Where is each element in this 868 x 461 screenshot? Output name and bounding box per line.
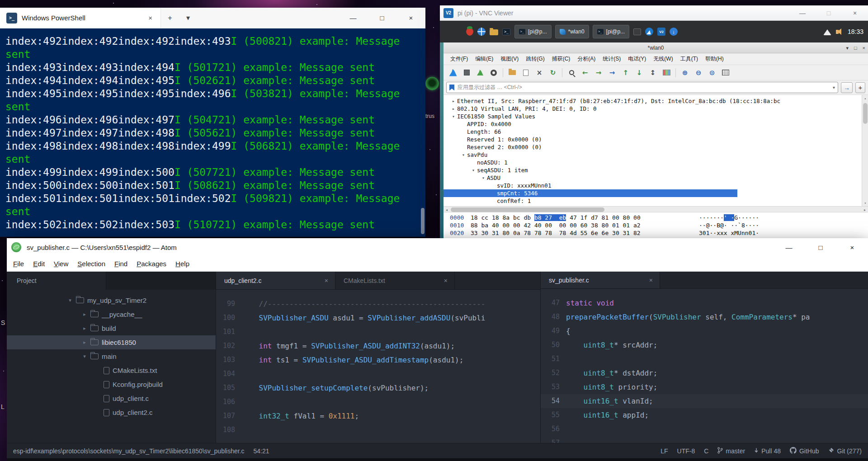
web-browser-icon[interactable] xyxy=(477,28,486,36)
project-panel-tab[interactable]: Project xyxy=(7,272,106,290)
maximize-button[interactable]: □ xyxy=(854,45,857,51)
packet-tree-row[interactable]: ▸Ethernet II, Src: Raspberr_47:1f:d7 (b8… xyxy=(443,97,868,105)
chevron-right-icon[interactable]: ▸ xyxy=(82,339,87,345)
vnc-titlebar[interactable]: V2 pi (pi) - VNC Viewer — □ × xyxy=(440,5,868,21)
menu-item[interactable]: 捕获(C) xyxy=(549,54,574,64)
menu-item-find[interactable]: Find xyxy=(110,258,132,270)
menu-item-selection[interactable]: Selection xyxy=(73,258,110,270)
atom-titlebar[interactable]: sv_publisher.c — C:\Users\xn551\espidf2 … xyxy=(7,238,868,256)
go-to-packet-icon[interactable]: → xyxy=(606,67,618,78)
menu-item[interactable]: 文件(F) xyxy=(447,54,471,64)
collapse-icon[interactable]: ▾ xyxy=(480,174,487,182)
new-tab-button[interactable]: + xyxy=(161,8,179,28)
input-method-icon[interactable] xyxy=(633,28,641,35)
tab-sv_publisher.c[interactable]: sv_publisher.c× xyxy=(541,272,660,288)
status-item-github[interactable]: GitHub xyxy=(790,447,819,455)
tab-udp_client2.c[interactable]: udp_client2.c× xyxy=(216,272,335,289)
filter-bookmark-icon[interactable] xyxy=(449,85,454,91)
vnc-tray-icon[interactable]: V2 xyxy=(657,28,665,36)
packet-details-scrollbar[interactable]: ▴ ▾ xyxy=(862,95,868,206)
packet-tree-row[interactable]: noASDU: 1 xyxy=(443,159,868,166)
resize-columns-icon[interactable] xyxy=(720,67,731,78)
file-manager-icon[interactable] xyxy=(490,28,498,35)
close-button[interactable]: × xyxy=(842,5,868,20)
packet-bytes-pane[interactable]: 000018 cc 18 8a bc db b8 27 eb 47 1f d7 … xyxy=(443,212,868,238)
shade-button[interactable]: ▾ xyxy=(846,45,849,51)
zoom-out-icon[interactable]: ⊖ xyxy=(693,67,704,78)
packet-tree-row[interactable]: ▾IEC61850 Sampled Values xyxy=(443,113,868,120)
menu-item[interactable]: 视图(V) xyxy=(497,54,522,64)
tree-item-udp_client2.c[interactable]: udp_client2.c xyxy=(7,405,216,419)
wireshark-titlebar[interactable]: *wlan0 ▾ □ × xyxy=(443,42,868,53)
go-back-icon[interactable]: ← xyxy=(579,67,591,78)
menu-item-view[interactable]: View xyxy=(49,258,73,270)
powershell-tab[interactable]: >_ Windows PowerShell × xyxy=(0,8,161,28)
packet-tree-row[interactable]: Reserved 2: 0x0000 (0) xyxy=(443,143,868,151)
expand-icon[interactable]: ▸ xyxy=(450,97,457,105)
auto-scroll-icon[interactable]: ↕ xyxy=(647,67,659,78)
powershell-terminal[interactable]: index:492index:492index:492index:493I (5… xyxy=(0,28,425,237)
tab-close-icon[interactable]: × xyxy=(648,277,654,284)
maximize-button[interactable]: □ xyxy=(816,5,842,20)
tab-close-icon[interactable]: × xyxy=(146,13,155,23)
menu-item[interactable]: 无线(W) xyxy=(650,54,676,64)
hex-row[interactable]: 001088 ba 40 00 00 42 40 00 00 00 60 38 … xyxy=(450,221,868,229)
filter-text[interactable] xyxy=(458,85,830,91)
minimize-button[interactable]: — xyxy=(773,238,805,256)
scroll-down-icon[interactable]: ▾ xyxy=(862,200,868,206)
chevron-right-icon[interactable]: ▸ xyxy=(82,325,87,331)
stop-capture-icon[interactable] xyxy=(461,67,472,78)
menu-item[interactable]: 跳转(G) xyxy=(523,54,547,64)
menu-item[interactable]: 分析(A) xyxy=(574,54,599,64)
packet-tree-row[interactable]: APPID: 0x4000 xyxy=(443,120,868,128)
maximize-button[interactable]: □ xyxy=(368,8,396,28)
taskbar-window-button[interactable]: >_[pi@p... xyxy=(593,25,630,38)
capture-options-icon[interactable] xyxy=(488,67,500,78)
tree-item-build[interactable]: ▸build xyxy=(7,321,216,335)
clock[interactable]: 18:33 xyxy=(848,28,863,35)
status-item-utf-8[interactable]: UTF-8 xyxy=(677,447,695,455)
scroll-up-icon[interactable]: ▴ xyxy=(862,95,868,101)
horizontal-scrollbar[interactable]: ◂ ▸ xyxy=(443,206,868,212)
scroll-right-icon[interactable]: ▸ xyxy=(862,207,868,213)
powershell-titlebar[interactable]: >_ Windows PowerShell × + ▾ — □ × xyxy=(0,8,425,28)
reload-icon[interactable]: ↻ xyxy=(547,67,559,78)
packet-tree-row[interactable]: confRef: 1 xyxy=(443,197,868,205)
restart-capture-icon[interactable] xyxy=(474,67,486,78)
status-item-lf[interactable]: LF xyxy=(660,447,668,455)
packet-tree-row[interactable]: ▾ASDU xyxy=(443,174,868,182)
menu-item-packages[interactable]: Packages xyxy=(132,258,171,270)
maximize-button[interactable]: □ xyxy=(805,238,836,256)
menu-item[interactable]: 工具(T) xyxy=(677,54,701,64)
expand-icon[interactable]: ▸ xyxy=(450,105,457,113)
filter-dropdown-icon[interactable]: ▾ xyxy=(833,85,835,90)
menu-raspberry-icon[interactable] xyxy=(466,28,473,36)
menu-item-help[interactable]: Help xyxy=(171,258,194,270)
tree-item-libiec61850[interactable]: ▸libiec61850 xyxy=(7,335,216,349)
tab-close-icon[interactable]: × xyxy=(323,277,330,284)
chevron-down-icon[interactable]: ▾ xyxy=(67,297,73,303)
filter-add-button[interactable]: + xyxy=(855,82,865,93)
close-file-icon[interactable]: × xyxy=(533,67,545,78)
tab-cmakelists.txt[interactable]: CMakeLists.txt× xyxy=(335,272,455,289)
taskbar-window-button[interactable]: >_[pi@p... xyxy=(514,25,552,38)
colorize-icon[interactable] xyxy=(660,67,672,78)
packet-tree-row[interactable]: ▾seqASDU: 1 item xyxy=(443,166,868,174)
packet-tree-row[interactable]: ▾savPdu xyxy=(443,151,868,159)
status-item-master[interactable]: master xyxy=(717,447,745,455)
tree-item-my_udp_sv_timer2[interactable]: ▾my_udp_sv_Timer2 xyxy=(7,293,216,307)
open-file-icon[interactable] xyxy=(506,67,518,78)
collapse-icon[interactable]: ▾ xyxy=(470,166,477,174)
tree-item-kconfig.projbuild[interactable]: Kconfig.projbuild xyxy=(7,377,216,391)
filter-apply-button[interactable]: → xyxy=(841,82,853,93)
menu-item-file[interactable]: File xyxy=(9,258,28,270)
terminal-launcher-icon[interactable]: >_ xyxy=(502,28,510,35)
tab-dropdown-icon[interactable]: ▾ xyxy=(179,8,197,28)
tab-close-icon[interactable]: × xyxy=(443,277,449,284)
status-item-git-277-[interactable]: Git (277) xyxy=(828,447,862,455)
menu-item[interactable]: 编辑(E) xyxy=(472,54,496,64)
save-file-icon[interactable] xyxy=(520,67,532,78)
zoom-reset-icon[interactable]: ⊙ xyxy=(706,67,718,78)
collapse-icon[interactable]: ▾ xyxy=(460,151,467,159)
close-button[interactable]: × xyxy=(863,45,865,51)
